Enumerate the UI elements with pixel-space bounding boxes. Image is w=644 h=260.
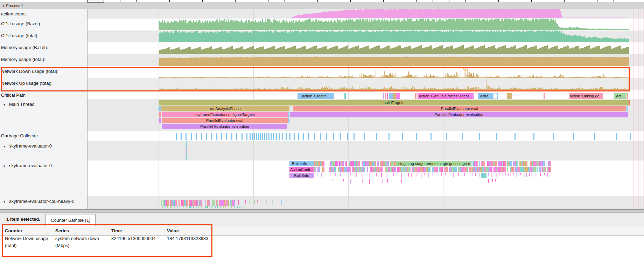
critical-path-slice[interactable] — [415, 93, 416, 99]
track-label[interactable]: ▾skyframe-evaluator-cpu-heavy-0 — [0, 196, 87, 209]
main-thread-depth-2-slice[interactable] — [288, 112, 289, 117]
track-label-text: Network Down usage (total): — [1, 69, 58, 74]
critical-path-slice[interactable]: action 'GenObjcProtos video/... — [418, 93, 474, 99]
track-label[interactable]: CPU usage (Bazel): — [0, 19, 87, 30]
collapse-arrow-icon[interactable]: ▾ — [4, 103, 9, 107]
track-label-text: Memory usage (total): — [1, 57, 45, 62]
skyframe-evaluator2-depth-2-slice[interactable]: BuildInfo — [289, 173, 314, 178]
track-label-text: action count: — [1, 11, 27, 16]
track-label[interactable]: Network Up usage (total): — [0, 78, 87, 90]
critical-path-slice[interactable] — [495, 93, 498, 99]
critical-path-slice[interactable] — [389, 93, 393, 99]
track-label[interactable]: Memory usage (total): — [0, 54, 87, 66]
track-label[interactable]: Critical Path — [0, 90, 87, 99]
critical-path-slice[interactable] — [627, 93, 628, 99]
collapse-arrow-icon[interactable]: ▾ — [4, 200, 9, 204]
track-label-text: CPU usage (total): — [1, 33, 38, 38]
critical-path-slice[interactable]: action 'Creatin... — [298, 93, 334, 99]
track-label-text: Memory usage (Bazel): — [1, 45, 48, 50]
critical-path-slice[interactable]: actio... — [478, 93, 493, 99]
critical-path-slice[interactable]: action 'Linking go... — [569, 93, 603, 99]
main-thread-depth-3-slice[interactable] — [159, 118, 161, 123]
selected-sample-dot[interactable] — [463, 67, 467, 70]
skyframe-evaluator2-depth-0-slice[interactable]: stag.stag...stage.remote.stage.gost.stag… — [396, 161, 471, 166]
main-thread-depth-0-slice[interactable] — [629, 100, 630, 105]
track-label-text: skyframe-evaluator-0 — [9, 143, 52, 149]
main-thread-depth-1-slice[interactable]: runAnalysisPhase — [161, 106, 289, 111]
critical-path-slice[interactable] — [393, 93, 396, 99]
main-thread-depth-3-slice[interactable] — [288, 118, 289, 123]
critical-path-slice[interactable] — [344, 93, 346, 99]
track-label-text: skyframe-evaluator-0 — [9, 163, 52, 168]
track-label[interactable]: action count: — [0, 9, 87, 19]
track-label[interactable]: Garbage Collector — [0, 131, 87, 141]
overlapping-slice-label: stag.stag... — [398, 161, 417, 166]
sidebar-divider — [87, 9, 88, 209]
out-of-range-strip — [633, 9, 644, 209]
critical-path-slice[interactable] — [507, 93, 512, 99]
overlapping-slice-label: stage.remote.stage.gost.stage.remot... — [415, 161, 471, 166]
track-label-text: skyframe-evaluator-cpu-heavy-0 — [9, 199, 74, 204]
critical-path-slice[interactable] — [383, 93, 384, 99]
track-label[interactable]: ▾skyframe-evaluator-0 — [0, 160, 87, 196]
collapse-arrow-icon[interactable]: ▾ — [4, 145, 9, 148]
track-label[interactable]: CPU usage (total): — [0, 30, 87, 42]
skyframe-evaluator2-depth-1-slice[interactable]: ActionConti... — [289, 167, 314, 172]
critical-path-slice[interactable] — [387, 93, 388, 99]
track-label-text: Garbage Collector — [1, 133, 38, 138]
timeline-canvas[interactable] — [0, 0, 644, 260]
critical-path-slice[interactable] — [544, 93, 545, 99]
main-thread-depth-2-slice[interactable] — [159, 112, 161, 117]
collapse-arrow-icon[interactable]: ▾ — [4, 164, 9, 168]
track-label-text: Main Thread — [9, 102, 35, 107]
track-label[interactable]: Network Down usage (total): — [0, 66, 87, 78]
critical-path-slice[interactable] — [385, 93, 386, 99]
trace-viewer: ▾Process 1 action count:CPU usage (Bazel… — [0, 0, 644, 260]
main-thread-depth-1-slice[interactable]: ParallelEvaluator.eval — [293, 106, 626, 111]
track-label[interactable]: ▾skyframe-evaluator-0 — [0, 141, 87, 160]
main-thread-depth-1-slice[interactable] — [159, 106, 161, 111]
main-thread-depth-2-slice[interactable]: skyframeExecutor.configureTargets — [162, 112, 288, 117]
main-thread-depth-1-slice[interactable] — [626, 106, 628, 111]
skyframe-evaluator2-depth-2-slice[interactable] — [481, 173, 486, 178]
critical-path-slice[interactable] — [396, 93, 400, 99]
main-thread-depth-0-slice[interactable]: buildTargets — [159, 100, 629, 105]
main-thread-depth-4-slice[interactable]: Parallel Evaluator evaluation — [162, 124, 287, 129]
track-label-text: Critical Path — [1, 93, 26, 98]
main-thread-depth-2-slice[interactable]: Parallel Evaluator evaluation — [290, 112, 628, 117]
track-label-text: Network Up usage (total): — [1, 81, 52, 86]
track-label[interactable]: Memory usage (Bazel): — [0, 42, 87, 54]
skyframe-evaluator2-depth-0-slice[interactable]: BuildInfo ... — [289, 161, 314, 166]
track-label[interactable]: ▾Main Thread — [0, 99, 87, 131]
track-label-text: CPU usage (Bazel): — [1, 21, 41, 26]
main-thread-depth-3-slice[interactable]: ParallelEvaluator.eval — [162, 118, 288, 123]
critical-path-slice[interactable]: act... — [614, 93, 626, 99]
